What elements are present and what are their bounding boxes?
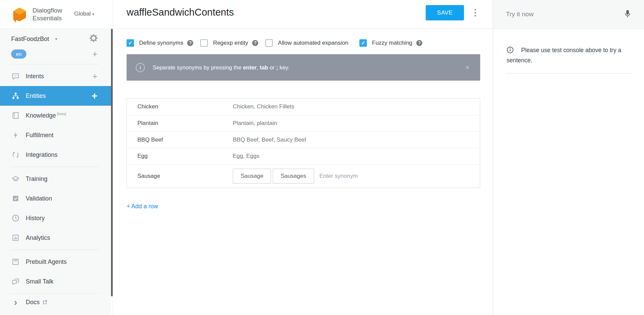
- add-entity-icon[interactable]: +: [91, 91, 97, 101]
- reference-value[interactable]: BBQ Beef: [137, 136, 233, 143]
- dialogflow-logo-icon: [11, 6, 28, 24]
- sidebar-item-integrations[interactable]: Integrations: [0, 145, 111, 165]
- synonym-chip[interactable]: Sausage: [233, 169, 271, 184]
- sidebar-item-validation[interactable]: Validation: [0, 189, 111, 208]
- allow-automated-expansion-checkbox[interactable]: ✓: [265, 39, 273, 47]
- table-row[interactable]: BBQ Beef BBQ Beef, Beef, Saucy Beef: [127, 131, 480, 148]
- sidebar-item-label: History: [26, 215, 45, 222]
- gear-icon[interactable]: [89, 34, 98, 44]
- save-button[interactable]: SAVE: [426, 5, 464, 20]
- sidebar-item-small-talk[interactable]: Small Talk: [0, 272, 111, 291]
- table-row[interactable]: Chicken Chicken, Chicken Fillets: [127, 99, 480, 115]
- sidebar-item-label: Intents: [26, 73, 44, 80]
- sidebar-item-fulfillment[interactable]: Fulfillment: [0, 125, 111, 145]
- synonym-input[interactable]: [319, 173, 394, 180]
- synonym-chips: Sausage Sausages: [233, 169, 314, 184]
- add-intent-icon[interactable]: +: [92, 72, 97, 81]
- sidebar-item-knowledge[interactable]: Knowledge[beta]: [0, 106, 111, 125]
- fuzzy-matching-checkbox[interactable]: ✓: [359, 39, 367, 47]
- sidebar-nav: FastFoodzBot ▾: [0, 29, 111, 315]
- try-it-now-input[interactable]: [506, 10, 623, 18]
- check-icon: ✓: [361, 40, 365, 46]
- synonym-chip[interactable]: Sausages: [273, 169, 314, 184]
- help-icon[interactable]: ?: [416, 40, 422, 46]
- option-label: Allow automated expansion: [278, 40, 348, 46]
- sidebar-header: Dialogflow Essentials Global▾: [0, 0, 113, 29]
- language-badge[interactable]: en: [11, 49, 26, 59]
- test-console-panel: Please use test console above to try a s…: [493, 0, 644, 315]
- sidebar-item-label: Prebuilt Agents: [26, 258, 67, 266]
- sidebar-item-history[interactable]: History: [0, 208, 111, 228]
- sidebar-item-label: Docs: [26, 299, 40, 306]
- book-icon: [11, 111, 20, 120]
- synonyms-list[interactable]: Egg, Eggs: [233, 153, 259, 160]
- reference-value[interactable]: Egg: [137, 153, 233, 160]
- caret-down-icon: ▾: [55, 37, 57, 41]
- agent-name: FastFoodzBot: [11, 36, 49, 43]
- graduation-cap-icon: [11, 175, 20, 183]
- synonyms-list[interactable]: Chicken, Chicken Fillets: [233, 103, 294, 110]
- main-panel: SAVE ✓ Define synonyms ? ✓ Regexp entity…: [113, 0, 492, 315]
- synonyms-list[interactable]: Plantain, plantain: [233, 120, 277, 127]
- sidebar-item-training[interactable]: Training: [0, 169, 111, 189]
- define-synonyms-checkbox[interactable]: ✓: [127, 39, 134, 47]
- table-row-editing[interactable]: Sausage Sausage Sausages: [127, 164, 480, 188]
- entity-options: ✓ Define synonyms ? ✓ Regexp entity ? ✓ …: [127, 39, 492, 47]
- regexp-entity-checkbox[interactable]: ✓: [200, 39, 208, 47]
- help-icon[interactable]: ?: [252, 40, 258, 46]
- agent-selector[interactable]: FastFoodzBot ▾: [0, 29, 111, 46]
- reference-value[interactable]: Plantain: [137, 120, 233, 127]
- sidebar-item-intents[interactable]: Intents +: [0, 66, 111, 86]
- sidebar-scrollbar[interactable]: [111, 29, 113, 296]
- entity-entries-table: Chicken Chicken, Chicken Fillets Plantai…: [127, 98, 480, 188]
- option-label: Fuzzy matching: [372, 40, 412, 46]
- sidebar-item-prebuilt-agents[interactable]: Prebuilt Agents: [0, 252, 111, 272]
- bar-chart-icon: [11, 234, 20, 242]
- add-language-icon[interactable]: +: [92, 49, 97, 58]
- close-icon[interactable]: ✕: [464, 63, 471, 72]
- chevron-right-icon: ›: [11, 299, 20, 306]
- sidebar-item-analytics[interactable]: Analytics: [0, 228, 111, 248]
- sidebar-item-label: Knowledge[beta]: [26, 112, 66, 119]
- main-header: SAVE: [113, 0, 492, 29]
- option-allow-automated-expansion: ✓ Allow automated expansion: [265, 39, 352, 47]
- entity-name-input[interactable]: [127, 7, 363, 18]
- sidebar-item-label: Small Talk: [26, 278, 53, 285]
- lightning-bolt-icon: [11, 131, 20, 139]
- speech-bubble-icon: [11, 72, 20, 80]
- info-icon: [507, 46, 514, 56]
- table-row[interactable]: Plantain Plantain, plantain: [127, 115, 480, 132]
- synonyms-list[interactable]: BBQ Beef, Beef, Saucy Beef: [233, 136, 306, 143]
- add-row-link[interactable]: + Add a row: [127, 203, 158, 210]
- reference-value[interactable]: Chicken: [137, 103, 233, 110]
- sidebar-item-label: Integrations: [26, 151, 58, 159]
- sidebar-item-label: Entities: [26, 92, 46, 100]
- table-row[interactable]: Egg Egg, Eggs: [127, 148, 480, 165]
- region-selector[interactable]: Global▾: [74, 10, 94, 17]
- check-icon: ✓: [128, 40, 133, 46]
- sidebar-item-label: Analytics: [26, 234, 50, 241]
- sidebar-item-label: Training: [26, 175, 47, 183]
- kebab-menu-icon[interactable]: [473, 9, 478, 17]
- reference-value[interactable]: Sausage: [137, 173, 233, 180]
- brand-name: Dialogflow Essentials: [32, 6, 62, 22]
- language-row: en +: [0, 46, 111, 62]
- microphone-icon[interactable]: [623, 9, 632, 19]
- sync-icon: [11, 151, 20, 159]
- option-define-synonyms: ✓ Define synonyms ?: [127, 39, 193, 47]
- sidebar-item-docs[interactable]: › Docs: [0, 294, 111, 311]
- sitemap-icon: [11, 92, 20, 100]
- sidebar-item-label: Fulfillment: [26, 132, 53, 139]
- beta-tag: [beta]: [57, 112, 66, 116]
- help-icon[interactable]: ?: [187, 40, 193, 46]
- option-label: Regexp entity: [213, 40, 248, 46]
- nav-group-prebuilt: Prebuilt Agents Small Talk: [0, 250, 111, 291]
- external-link-icon: [42, 300, 47, 305]
- divider: [507, 74, 633, 74]
- option-fuzzy-matching: ✓ Fuzzy matching ?: [359, 39, 422, 47]
- option-regexp-entity: ✓ Regexp entity ?: [200, 39, 258, 47]
- synonyms-hint-banner: i Separate synonyms by pressing the ente…: [127, 54, 480, 81]
- sidebar-item-entities[interactable]: Entities +: [0, 86, 111, 106]
- entity-editor: ✓ Define synonyms ? ✓ Regexp entity ? ✓ …: [113, 29, 492, 210]
- clock-icon: [11, 214, 20, 222]
